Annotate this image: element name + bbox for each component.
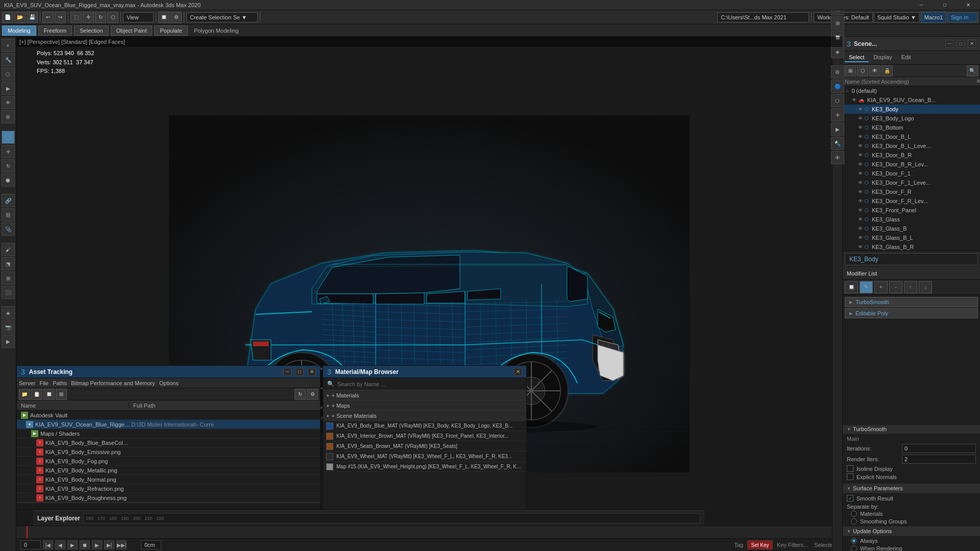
last-frame-btn[interactable]: ▶▶| (116, 540, 127, 549)
asset-menu-bitmap[interactable]: Bitmap Performance and Memory (71, 380, 155, 386)
asset-close[interactable]: ✕ (308, 368, 316, 376)
mod-btn1[interactable]: 🔲 (845, 281, 858, 293)
display-btn[interactable]: 👁 (2, 96, 15, 109)
asset-row-7[interactable]: !KIA_EV9_Body_Normal.png (17, 475, 320, 484)
tab-modeling[interactable]: Modeling (2, 26, 36, 36)
surface-header[interactable]: ▼ Surface Parameters (843, 484, 980, 493)
scene-eye-12[interactable]: 👁 (858, 198, 863, 204)
scene-list[interactable]: ○0 (default)👁🚗KIA_EV9_SUV_Ocean_B...👁⬡KE… (843, 86, 980, 251)
vp-tool10[interactable]: 🔦 (831, 137, 844, 150)
iterations-value[interactable]: 0 (902, 444, 976, 453)
scene-item-1[interactable]: 👁🚗KIA_EV9_SUV_Ocean_B... (843, 95, 980, 105)
vp-tool6[interactable]: 🔵 (831, 80, 844, 93)
scene-eye-6[interactable]: 👁 (858, 143, 863, 148)
link-tool[interactable]: 🔗 (2, 194, 15, 207)
create-selection-btn[interactable]: Create Selection Se ▼ (186, 12, 258, 22)
scene-item-3[interactable]: 👁⬡KE3_Body_Logo (843, 114, 980, 123)
material-close[interactable]: ✕ (514, 368, 522, 376)
mat-row-0[interactable]: KIA_EV9_Body_Blue_MAT (VRayMtl) [KE3_Bod… (323, 421, 526, 431)
asset-scrollbar[interactable] (17, 503, 320, 510)
rotate-btn[interactable]: ↻ (95, 12, 106, 23)
bind-tool[interactable]: 📎 (2, 222, 15, 236)
scene-filter[interactable]: 🔍 (967, 65, 978, 77)
mirror-tool[interactable]: ⬔ (2, 257, 15, 270)
vp-tool2[interactable]: ⊞ (831, 16, 844, 30)
mod-btn5[interactable]: ↑ (904, 281, 917, 293)
unlink-tool[interactable]: ⛓ (2, 208, 15, 221)
timeline-track[interactable] (16, 526, 842, 539)
scene-btn2[interactable]: ⬡ (857, 65, 868, 77)
when-rendering-radio[interactable] (851, 545, 857, 551)
file-new-btn[interactable]: 📄 (2, 12, 13, 23)
material-search-input[interactable] (337, 381, 522, 387)
scene-eye-10[interactable]: 👁 (858, 180, 863, 185)
scale-tool[interactable]: ⬢ (2, 173, 15, 187)
tab-selection[interactable]: Selection (74, 26, 108, 36)
turbosmooth-header[interactable]: ▼ TurboSmooth (843, 425, 980, 434)
isoline-checkbox[interactable] (847, 465, 853, 472)
scene-item-17[interactable]: 👁⬡KE3_Glass_B_R (843, 242, 980, 251)
tab-populate[interactable]: Populate (154, 26, 187, 36)
next-frame-btn[interactable]: ▶ (92, 540, 102, 549)
modifier-list[interactable]: ▶ TurboSmooth ▶ Editable Poly (843, 295, 980, 425)
asset-row-0[interactable]: ▶Autodesk Vault (17, 411, 320, 420)
scene-eye-15[interactable]: 👁 (858, 226, 863, 231)
asset-refresh[interactable]: ↻ (295, 389, 306, 400)
maximize-button[interactable]: □ (933, 0, 957, 10)
rotate-tool[interactable]: ↻ (2, 159, 15, 172)
asset-maximize[interactable]: □ (296, 368, 304, 376)
scene-item-10[interactable]: 👁⬡KE3_Door_F_1_Leve... (843, 178, 980, 187)
set-key-btn[interactable]: Set Key (747, 540, 773, 549)
render-setup[interactable]: 📷 (2, 320, 15, 334)
vp-tool5[interactable]: ⚙ (831, 65, 844, 79)
scene-eye-13[interactable]: 👁 (858, 208, 863, 213)
mat-section-maps[interactable]: + + Maps (323, 400, 526, 411)
scene-item-5[interactable]: 👁⬡KE3_Door_B_L (843, 132, 980, 141)
vp-tool9[interactable]: ▶ (831, 122, 844, 136)
scene-item-4[interactable]: 👁⬡KE3_Bottom (843, 123, 980, 132)
asset-row-3[interactable]: !KIA_EV9_Body_Blue_BaseColor.png (17, 438, 320, 447)
scene-maximize[interactable]: □ (957, 40, 965, 48)
mat-section-scene[interactable]: + + Scene Materials (323, 411, 526, 421)
open-btn[interactable]: 📂 (14, 12, 26, 23)
asset-row-9[interactable]: !KIA_EV9_Body_Roughness.png (17, 493, 320, 503)
scene-btn4[interactable]: 🔒 (881, 65, 893, 77)
select-tool[interactable]: ⬚ (2, 131, 15, 144)
vp-tool7[interactable]: ⬡ (831, 94, 844, 107)
asset-row-6[interactable]: !KIA_EV9_Body_Metallic.png (17, 466, 320, 475)
close-button[interactable]: ✕ (957, 0, 980, 10)
asset-row-4[interactable]: !KIA_EV9_Body_Emissive.png (17, 447, 320, 457)
scene-item-9[interactable]: 👁⬡KE3_Door_F_1 (843, 169, 980, 178)
scene-eye-3[interactable]: 👁 (858, 116, 863, 121)
modifier-turbosmooth[interactable]: ▶ TurboSmooth (845, 297, 978, 307)
scene-item-12[interactable]: 👁⬡KE3_Door_F_R_Lev... (843, 196, 980, 206)
scene-tab-edit[interactable]: Edit (897, 53, 915, 62)
explicit-normals-checkbox[interactable] (847, 473, 853, 480)
asset-settings[interactable]: ⚙ (307, 389, 318, 400)
timeline-frame[interactable]: 0 (20, 540, 41, 549)
play-btn[interactable]: ▶ (67, 540, 78, 549)
mat-row-4[interactable]: Map #15 (KIA_EV9_Wheel_Height.png) [KE3_… (323, 462, 526, 472)
move-btn[interactable]: ✛ (83, 12, 94, 23)
vp-tool8[interactable]: ✛ (831, 108, 844, 121)
asset-btn2[interactable]: 📋 (31, 389, 42, 400)
prev-key-btn[interactable]: |◀ (43, 540, 53, 549)
scene-eye-4[interactable]: 👁 (858, 125, 863, 130)
scene-eye-8[interactable]: 👁 (858, 162, 863, 167)
scene-item-11[interactable]: 👁⬡KE3_Door_F_R (843, 187, 980, 196)
asset-tree[interactable]: ▶Autodesk Vault●KIA_EV9_SUV_Ocean_Blue_R… (17, 411, 320, 503)
scene-item-2[interactable]: 👁⬡KE3_Body (843, 105, 980, 114)
next-key-btn[interactable]: ▶| (104, 540, 114, 549)
tl-key-filters[interactable]: Key Filters... (777, 542, 808, 548)
scene-tab-select[interactable]: Select (845, 53, 869, 62)
save-btn[interactable]: 💾 (27, 12, 38, 23)
array-tool[interactable]: ⊞ (2, 271, 15, 285)
scene-eye-11[interactable]: 👁 (858, 189, 863, 194)
scene-tab-display[interactable]: Display (870, 53, 896, 62)
scene-item-7[interactable]: 👁⬡KE3_Door_B_R (843, 151, 980, 160)
asset-row-2[interactable]: ▶Maps / Shaders (17, 429, 320, 438)
stop-btn[interactable]: ⏹ (80, 540, 90, 549)
snap-btn[interactable]: 🔲 (158, 12, 169, 23)
scene-item-16[interactable]: 👁⬡KE3_Glass_B_L (843, 233, 980, 242)
scene-item-13[interactable]: 👁⬡KE3_Front_Panel (843, 206, 980, 215)
